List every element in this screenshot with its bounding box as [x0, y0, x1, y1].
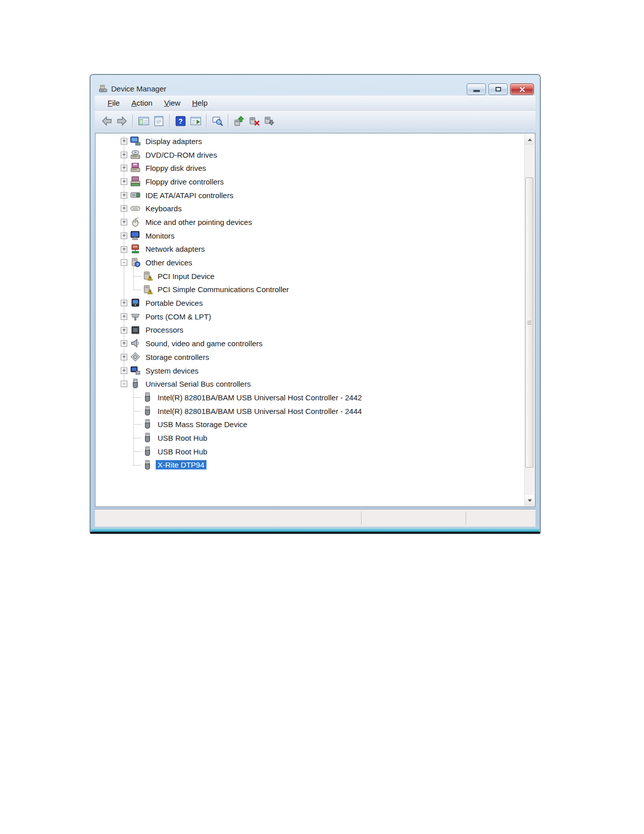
- tree-guide-line: [133, 385, 134, 465]
- tree-item-label: Processors: [143, 325, 185, 335]
- tree-item[interactable]: +Storage controllers: [95, 350, 525, 364]
- tree-connector-line: [133, 411, 141, 411]
- tree-item[interactable]: +DVD/CD-ROM drives: [95, 148, 525, 162]
- action-pane-button[interactable]: [188, 113, 203, 128]
- tree-item[interactable]: +Display adapters: [95, 134, 525, 148]
- scrollbar-thumb[interactable]: [525, 177, 533, 468]
- expand-toggle[interactable]: +: [121, 367, 127, 374]
- floppy-controller-icon: [130, 176, 140, 187]
- svg-text:?: ?: [178, 118, 182, 125]
- close-button[interactable]: [510, 83, 534, 95]
- expand-toggle[interactable]: +: [121, 313, 127, 320]
- forward-button[interactable]: [114, 113, 129, 128]
- scan-hardware-button[interactable]: [210, 113, 225, 128]
- menu-action[interactable]: Action: [126, 97, 158, 109]
- processor-icon: [130, 325, 140, 335]
- usb-icon: [142, 406, 153, 416]
- update-driver-button[interactable]: [231, 113, 246, 128]
- expand-toggle[interactable]: +: [121, 152, 127, 158]
- expand-toggle[interactable]: +: [121, 178, 127, 185]
- tree-item[interactable]: +Portable Devices: [95, 296, 525, 310]
- collapse-toggle[interactable]: -: [121, 381, 127, 387]
- expand-toggle[interactable]: +: [121, 205, 127, 212]
- expand-toggle[interactable]: +: [121, 219, 127, 225]
- update-driver-icon: [233, 115, 245, 127]
- tree-item[interactable]: +IDE ATA/ATAPI controllers: [95, 189, 525, 202]
- tree-guide-line: [133, 263, 134, 289]
- tree-item[interactable]: USB Mass Storage Device: [95, 418, 525, 431]
- scroll-down-button[interactable]: [525, 495, 534, 506]
- back-icon: [101, 115, 113, 127]
- maximize-button[interactable]: [488, 83, 508, 95]
- expand-toggle[interactable]: +: [121, 165, 127, 171]
- tree-item[interactable]: -Universal Serial Bus controllers: [95, 377, 525, 391]
- toolbar-separator: [132, 114, 133, 127]
- uninstall-device-button[interactable]: [246, 113, 262, 128]
- tree-item[interactable]: +Processors: [95, 323, 525, 337]
- collapse-toggle[interactable]: -: [121, 259, 127, 266]
- tree-item[interactable]: +Ports (COM & LPT): [95, 310, 525, 323]
- tree-item[interactable]: +Mice and other pointing devices: [95, 215, 525, 229]
- minimize-icon: [473, 90, 480, 92]
- tree-item[interactable]: +Sound, video and game controllers: [95, 337, 525, 350]
- menu-file[interactable]: File: [103, 97, 125, 109]
- properties-icon: [153, 115, 165, 127]
- usb-icon: [142, 433, 153, 443]
- expand-toggle[interactable]: +: [121, 246, 127, 253]
- toolbar-separator: [206, 114, 207, 127]
- tree-item[interactable]: +Floppy disk drives: [95, 161, 525, 175]
- tree-item-label: Floppy disk drives: [143, 163, 208, 173]
- usb-icon: [142, 392, 153, 402]
- expand-toggle[interactable]: +: [121, 233, 127, 239]
- toolbar-separator: [169, 114, 170, 127]
- expand-toggle[interactable]: +: [121, 340, 127, 347]
- tree-item[interactable]: USB Root Hub: [95, 445, 525, 458]
- minimize-button[interactable]: [467, 83, 486, 95]
- disable-device-icon: [264, 115, 275, 127]
- show-console-tree-button[interactable]: [136, 113, 151, 128]
- vertical-scrollbar[interactable]: [524, 134, 534, 506]
- menu-view[interactable]: View: [159, 97, 185, 109]
- tree-item-label: USB Root Hub: [156, 447, 209, 456]
- disable-device-button[interactable]: [262, 113, 277, 128]
- tree-item-label: Other devices: [143, 258, 194, 267]
- tree-item[interactable]: +Network adapters: [95, 243, 525, 256]
- expand-toggle[interactable]: +: [121, 192, 127, 199]
- tree-connector-line: [133, 397, 141, 398]
- help-button[interactable]: ?: [173, 113, 188, 128]
- properties-button[interactable]: [151, 113, 166, 128]
- tree-item-label: PCI Simple Communications Controller: [156, 285, 291, 294]
- tree-item[interactable]: -?Other devices: [95, 256, 525, 269]
- window-bottom-edge: [91, 528, 539, 532]
- expand-toggle[interactable]: +: [121, 300, 127, 306]
- tree-item-label: Portable Devices: [143, 298, 205, 308]
- tree-item[interactable]: +Floppy drive controllers: [95, 175, 525, 189]
- tree-item[interactable]: +Monitors: [95, 229, 525, 243]
- tree-item[interactable]: USB Root Hub: [95, 431, 525, 445]
- tree-item[interactable]: +System devices: [95, 364, 525, 378]
- tree-item-label: Universal Serial Bus controllers: [143, 379, 253, 389]
- tree-item[interactable]: +Keyboards: [95, 202, 525, 215]
- tree-item-label: Display adapters: [143, 136, 204, 146]
- tree-item[interactable]: PCI Simple Communications Controller: [95, 283, 525, 297]
- tree-item[interactable]: X-Rite DTP94: [95, 458, 525, 472]
- scrollbar-grip-icon: [527, 321, 531, 325]
- back-button[interactable]: [99, 113, 114, 128]
- scroll-up-button[interactable]: [525, 134, 534, 145]
- expand-toggle[interactable]: +: [121, 327, 127, 334]
- tree-item-label: Floppy drive controllers: [143, 177, 226, 187]
- tree-connector-line: [133, 465, 141, 466]
- expand-toggle[interactable]: +: [121, 354, 127, 360]
- device-manager-icon: [98, 84, 108, 94]
- menu-help[interactable]: Help: [187, 97, 213, 109]
- tree-item[interactable]: Intel(R) 82801BA/BAM USB Universal Host …: [95, 404, 525, 418]
- help-icon: ?: [175, 115, 186, 127]
- toolbar: ?: [95, 111, 535, 131]
- expand-toggle[interactable]: +: [121, 138, 127, 145]
- tree-item[interactable]: PCI Input Device: [95, 269, 525, 283]
- tree-item[interactable]: Intel(R) 82801BA/BAM USB Universal Host …: [95, 391, 525, 404]
- close-icon: [519, 86, 526, 92]
- monitor-icon: [130, 230, 140, 241]
- title-bar[interactable]: Device Manager: [90, 75, 540, 96]
- forward-icon: [116, 115, 128, 127]
